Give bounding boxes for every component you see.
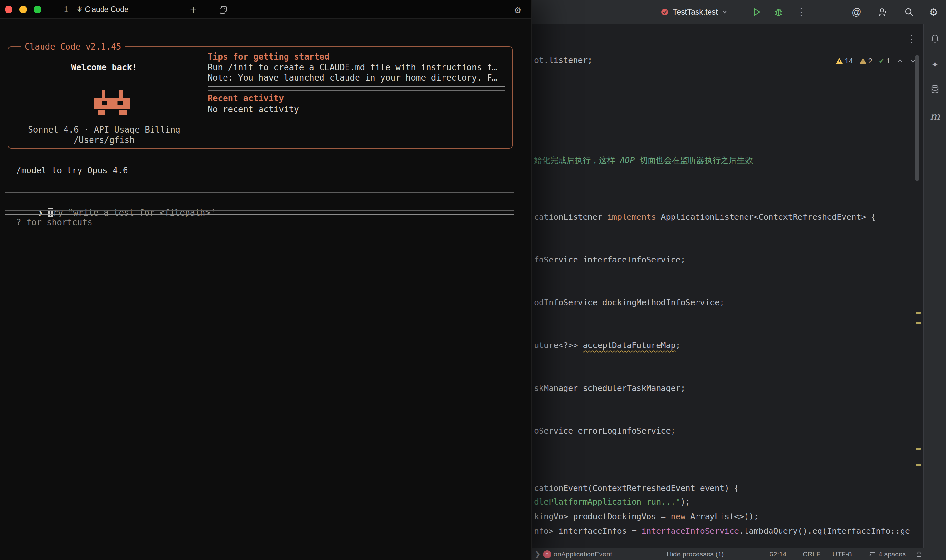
input-box-border — [5, 210, 514, 211]
recent-activity-heading: Recent activity — [208, 93, 284, 104]
bug-icon — [773, 7, 784, 17]
terminal-tab[interactable]: 1 ✳ Claude Code — [58, 0, 179, 19]
bell-icon — [930, 34, 940, 43]
tabs-overview-icon — [219, 5, 228, 14]
gear-icon: ⚙ — [514, 3, 521, 16]
code-line: skManager schedulerTaskManager; — [534, 381, 685, 395]
code-line: nfo> interfaceInfos = interfaceInfoServi… — [534, 524, 910, 538]
claude-robot-icon — [94, 91, 130, 119]
play-icon — [752, 7, 762, 17]
lock-icon — [915, 551, 923, 558]
readonly-toggle[interactable] — [915, 548, 923, 560]
model-info: Sonnet 4.6 · API Usage Billing — [8, 125, 200, 135]
minimize-window-button[interactable] — [20, 6, 27, 13]
hide-processes-button[interactable]: Hide processes (1) — [667, 548, 724, 560]
ai-assistant-button[interactable]: @ — [849, 5, 864, 19]
error-stripe-mark[interactable] — [915, 448, 921, 450]
indent-widget[interactable]: 4 spaces — [869, 548, 906, 560]
tab-separator — [179, 3, 179, 15]
warnings-count[interactable]: 14 — [836, 57, 853, 65]
debug-button[interactable] — [772, 5, 786, 19]
settings-gear-icon: ⚙ — [929, 6, 938, 18]
maven-icon: m — [930, 110, 940, 123]
terminal-tab-bar: 1 ✳ Claude Code + ⚙ — [0, 0, 531, 19]
breadcrumb-method-label: onApplicationEvent — [554, 550, 612, 558]
plus-icon: + — [190, 3, 197, 16]
kebab-icon: ⋮ — [796, 7, 806, 17]
breadcrumb[interactable]: ❯ m onApplicationEvent — [535, 548, 612, 560]
settings-button[interactable]: ⚙ — [926, 5, 941, 19]
tab-index: 1 — [64, 5, 68, 14]
run-configuration-selector[interactable]: TestTask.test — [661, 5, 728, 19]
weak-warning-icon — [860, 57, 867, 65]
tips-heading: Tips for getting started — [208, 52, 330, 62]
input-box-border — [5, 189, 514, 189]
editor-scrollbar[interactable] — [915, 55, 920, 181]
ai-assistant-icon: @ — [852, 6, 861, 17]
terminal-settings-button[interactable]: ⚙ — [511, 3, 525, 17]
code-with-me-button[interactable] — [876, 5, 890, 19]
run-button[interactable] — [749, 5, 764, 19]
code-line: dlePlatformApplication run..."); — [534, 495, 690, 509]
run-config-label: TestTask.test — [673, 8, 718, 17]
right-tool-stripe: ✦ m — [923, 24, 946, 548]
box-divider — [200, 52, 201, 143]
close-window-button[interactable] — [5, 6, 12, 13]
tab-title: ✳ Claude Code — [77, 5, 128, 14]
input-box-border — [5, 192, 514, 193]
code-line: oService errorLogInfoService; — [534, 424, 676, 438]
code-line: 始化完成后执行，这样 AOP 切面也会在监听器执行之后生效 — [534, 153, 753, 168]
weak-warnings-count[interactable]: 2 — [860, 57, 872, 65]
zoom-window-button[interactable] — [34, 6, 41, 13]
code-line: uture<?>> acceptDataFutureMap; — [534, 338, 681, 352]
model-tip: /model to try Opus 4.6 — [16, 165, 128, 176]
database-tool-button[interactable] — [924, 81, 946, 97]
chevron-up-icon — [897, 58, 903, 64]
add-user-icon — [878, 7, 888, 17]
input-placeholder: ry "write a test for <filepath>" — [53, 208, 215, 217]
encoding-widget[interactable]: UTF-8 — [832, 548, 852, 560]
claude-version-title: Claude Code v2.1.45 — [21, 42, 125, 52]
search-everywhere-button[interactable] — [902, 5, 916, 19]
run-config-icon — [661, 8, 669, 16]
maven-tool-button[interactable]: m — [924, 108, 946, 125]
passed-count[interactable]: ✔ 1 — [879, 57, 890, 65]
warning-icon — [836, 57, 843, 65]
code-lines[interactable]: ot.listener;始化完成后执行，这样 AOP 切面也会在监听器执行之后生… — [534, 24, 923, 548]
search-icon — [904, 7, 914, 17]
code-line: cationEvent(ContextRefreshedEvent event)… — [534, 481, 739, 495]
claude-welcome-box: Claude Code v2.1.45 Welcome back! Sonnet… — [8, 46, 512, 149]
tab-overview-button[interactable] — [216, 4, 230, 15]
tips-separator — [208, 90, 505, 91]
recent-activity-empty: No recent activity — [208, 104, 299, 115]
prompt-input[interactable]: ❯ Try "write a test for <filepath>" — [7, 197, 215, 208]
text-cursor: T — [48, 208, 53, 217]
editor-options-button[interactable]: ⋮ — [905, 32, 918, 45]
check-icon: ✔ — [879, 57, 884, 65]
error-stripe-mark[interactable] — [915, 312, 921, 314]
inspections-widget[interactable]: 14 2 ✔ 1 — [836, 54, 916, 68]
code-line: kingVo> productDockingVos = new ArrayLis… — [534, 509, 758, 524]
tip-line-2: Note: You have launched claude in your h… — [208, 72, 497, 83]
ai-star-icon: ✦ — [931, 59, 938, 70]
code-line: foService interfaceInfoService; — [534, 253, 685, 267]
breadcrumb-chevron-icon: ❯ — [535, 550, 540, 558]
line-separator-widget[interactable]: CRLF — [802, 548, 821, 560]
code-line: ot.listener; — [534, 53, 593, 68]
new-tab-button[interactable]: + — [186, 3, 201, 17]
tips-separator — [208, 86, 505, 87]
more-actions-button[interactable]: ⋮ — [794, 5, 809, 19]
working-directory: /Users/gfish — [8, 135, 200, 146]
notifications-button[interactable] — [924, 31, 946, 47]
welcome-message: Welcome back! — [8, 62, 200, 73]
ai-assistant-tool-button[interactable]: ✦ — [924, 56, 946, 72]
terminal-window: 1 ✳ Claude Code + ⚙ Claude Code v2.1.45 … — [0, 0, 532, 560]
prev-issue-button[interactable] — [897, 58, 903, 64]
error-stripe-mark[interactable] — [915, 322, 921, 324]
caret-position-widget[interactable]: 62:14 — [770, 548, 787, 560]
method-icon: m — [543, 550, 551, 558]
input-box-border — [5, 214, 514, 215]
error-stripe-mark[interactable] — [915, 464, 921, 466]
code-line: odInfoService dockingMethodInfoService; — [534, 295, 724, 310]
database-icon — [930, 84, 940, 94]
